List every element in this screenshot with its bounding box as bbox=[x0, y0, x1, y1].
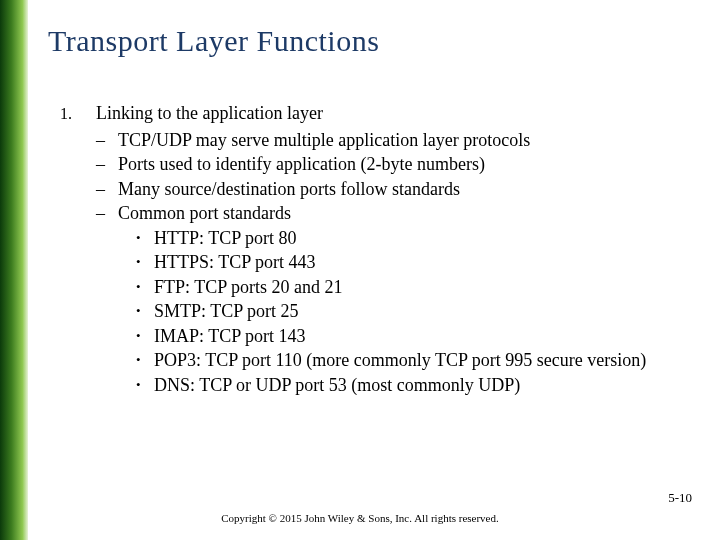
bullet-item: • IMAP: TCP port 143 bbox=[136, 325, 696, 348]
bullet-item: • SMTP: TCP port 25 bbox=[136, 300, 696, 323]
sidebar-accent bbox=[0, 0, 28, 540]
bullet-icon: • bbox=[136, 227, 154, 250]
bullet-item: • POP3: TCP port 110 (more commonly TCP … bbox=[136, 349, 696, 372]
dash-item: – TCP/UDP may serve multiple application… bbox=[96, 129, 696, 152]
copyright-footer: Copyright © 2015 John Wiley & Sons, Inc.… bbox=[0, 512, 720, 524]
bullet-item: • HTTPS: TCP port 443 bbox=[136, 251, 696, 274]
dash-icon: – bbox=[96, 178, 118, 201]
dash-text: Common port standards • HTTP: TCP port 8… bbox=[118, 202, 696, 396]
bullet-icon: • bbox=[136, 276, 154, 299]
bullet-icon: • bbox=[136, 349, 154, 372]
list-heading: Linking to the application layer bbox=[96, 102, 696, 125]
bullet-item: • FTP: TCP ports 20 and 21 bbox=[136, 276, 696, 299]
bullet-text: IMAP: TCP port 143 bbox=[154, 325, 696, 348]
bullet-text: DNS: TCP or UDP port 53 (most commonly U… bbox=[154, 374, 696, 397]
slide: Transport Layer Functions 1. Linking to … bbox=[0, 0, 720, 540]
dash-icon: – bbox=[96, 129, 118, 152]
dash-text: Ports used to identify application (2-by… bbox=[118, 153, 696, 176]
slide-body: 1. Linking to the application layer – TC… bbox=[60, 102, 696, 396]
bullet-icon: • bbox=[136, 374, 154, 397]
dash-icon: – bbox=[96, 153, 118, 176]
bullet-item: • HTTP: TCP port 80 bbox=[136, 227, 696, 250]
bullet-icon: • bbox=[136, 251, 154, 274]
bullet-text: HTTP: TCP port 80 bbox=[154, 227, 696, 250]
content: Transport Layer Functions 1. Linking to … bbox=[48, 24, 696, 396]
dash-text: Many source/destination ports follow sta… bbox=[118, 178, 696, 201]
bullet-text: HTTPS: TCP port 443 bbox=[154, 251, 696, 274]
bullet-icon: • bbox=[136, 325, 154, 348]
bullet-item: • DNS: TCP or UDP port 53 (most commonly… bbox=[136, 374, 696, 397]
list-item: 1. Linking to the application layer – TC… bbox=[60, 102, 696, 396]
dash-text: TCP/UDP may serve multiple application l… bbox=[118, 129, 696, 152]
list-content: Linking to the application layer – TCP/U… bbox=[96, 102, 696, 396]
bullet-text: SMTP: TCP port 25 bbox=[154, 300, 696, 323]
dash-list: – TCP/UDP may serve multiple application… bbox=[96, 129, 696, 397]
dash-item: – Many source/destination ports follow s… bbox=[96, 178, 696, 201]
bullet-text: POP3: TCP port 110 (more commonly TCP po… bbox=[154, 349, 696, 372]
page-number: 5-10 bbox=[668, 490, 692, 506]
bullet-icon: • bbox=[136, 300, 154, 323]
dash-item: – Common port standards • HTTP: TCP port… bbox=[96, 202, 696, 396]
dash-label: Common port standards bbox=[118, 203, 291, 223]
slide-title: Transport Layer Functions bbox=[48, 24, 696, 58]
list-number: 1. bbox=[60, 102, 96, 396]
bullet-list: • HTTP: TCP port 80 • HTTPS: TCP port 44… bbox=[136, 227, 696, 397]
dash-icon: – bbox=[96, 202, 118, 396]
bullet-text: FTP: TCP ports 20 and 21 bbox=[154, 276, 696, 299]
dash-item: – Ports used to identify application (2-… bbox=[96, 153, 696, 176]
